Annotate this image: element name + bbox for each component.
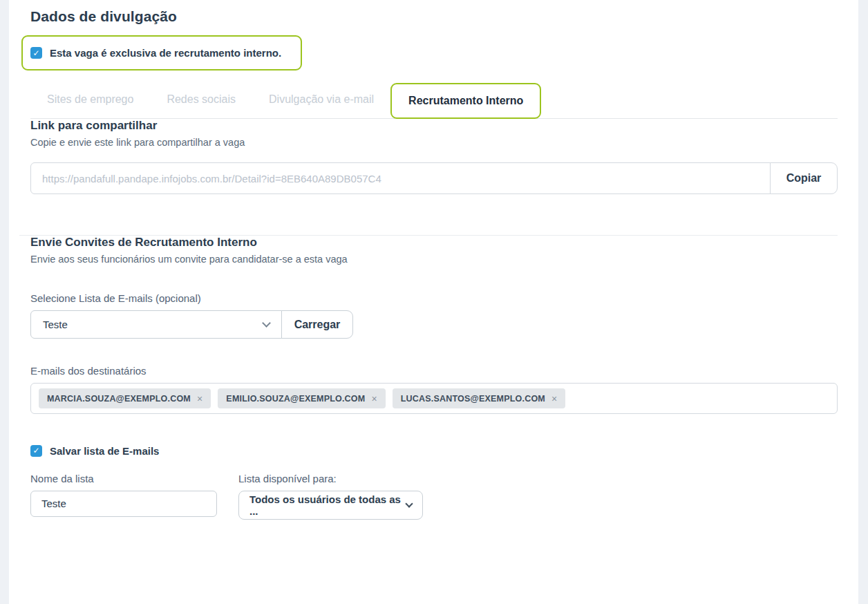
tab-redes-sociais[interactable]: Redes sociais: [150, 93, 252, 106]
tab-divulgacao-via-email[interactable]: Divulgação via e-mail: [252, 93, 390, 106]
list-visibility-select[interactable]: Todos os usuários de todas as ...: [238, 491, 423, 520]
check-icon: ✓: [32, 446, 39, 455]
checkbox-checked-icon[interactable]: ✓: [30, 47, 42, 59]
remove-chip-icon[interactable]: ×: [371, 393, 377, 404]
share-link-input-group: Copiar: [30, 162, 838, 194]
share-link-subtitle: Copie e envie este link para compartilha…: [30, 137, 838, 148]
email-list-select-label: Selecione Lista de E-mails (opcional): [30, 292, 838, 304]
checkbox-checked-icon[interactable]: ✓: [30, 445, 42, 457]
recipients-input[interactable]: MARCIA.SOUZA@EXEMPLO.COM × EMILIO.SOUZA@…: [30, 383, 838, 414]
email-list-selected-value: Teste: [43, 319, 68, 330]
list-visibility-field: Lista disponível para: Todos os usuários…: [238, 473, 423, 520]
publication-tabs-bar: Sites de emprego Redes sociais Divulgaçã…: [30, 80, 838, 119]
email-list-select[interactable]: Teste: [30, 310, 282, 339]
invites-subtitle: Envie aos seus funcionários um convite p…: [30, 254, 838, 265]
list-visibility-selected-value: Todos os usuários de todas as ...: [249, 493, 406, 517]
list-name-field: Nome da lista: [30, 473, 217, 520]
list-name-input[interactable]: [30, 491, 217, 517]
invites-heading: Envie Convites de Recrutamento Interno: [30, 236, 838, 249]
save-list-checkbox-row[interactable]: ✓ Salvar lista de E-mails: [30, 445, 159, 457]
recipient-email: MARCIA.SOUZA@EXEMPLO.COM: [47, 394, 191, 404]
internal-recruitment-highlight-box: ✓ Esta vaga é exclusiva de recrutamento …: [21, 35, 302, 70]
recipient-chip: EMILIO.SOUZA@EXEMPLO.COM ×: [218, 388, 385, 408]
chevron-down-icon: [405, 500, 413, 507]
check-icon: ✓: [32, 49, 39, 57]
tab-sites-de-emprego[interactable]: Sites de emprego: [30, 93, 150, 106]
list-name-label: Nome da lista: [30, 473, 217, 484]
recipient-email: EMILIO.SOUZA@EXEMPLO.COM: [226, 394, 365, 404]
recipient-email: LUCAS.SANTOS@EXEMPLO.COM: [401, 394, 545, 404]
email-list-select-group: Teste Carregar: [30, 310, 838, 339]
list-settings-row: Nome da lista Lista disponível para: Tod…: [30, 473, 838, 520]
save-list-row: ✓ Salvar lista de E-mails: [30, 444, 838, 457]
recipient-chip: MARCIA.SOUZA@EXEMPLO.COM ×: [39, 388, 211, 408]
recipients-label: E-mails dos destinatários: [30, 365, 838, 377]
copy-button[interactable]: Copiar: [770, 162, 838, 194]
tab-recrutamento-interno[interactable]: Recrutamento Interno: [390, 83, 541, 119]
page-title: Dados de divulgação: [30, 8, 838, 25]
recipient-chip: LUCAS.SANTOS@EXEMPLO.COM ×: [393, 388, 566, 408]
exclusive-internal-checkbox-row[interactable]: ✓ Esta vaga é exclusiva de recrutamento …: [30, 47, 281, 59]
share-link-heading: Link para compartilhar: [30, 119, 838, 133]
save-list-checkbox-label: Salvar lista de E-mails: [50, 445, 159, 457]
remove-chip-icon[interactable]: ×: [551, 393, 557, 404]
load-list-button[interactable]: Carregar: [281, 310, 353, 339]
list-visibility-label: Lista disponível para:: [238, 473, 423, 484]
divulgacao-panel: Dados de divulgação ✓ Esta vaga é exclus…: [9, 0, 858, 604]
share-link-input[interactable]: [30, 162, 771, 194]
chevron-down-icon: [262, 319, 271, 328]
remove-chip-icon[interactable]: ×: [197, 393, 202, 404]
exclusive-internal-checkbox-label: Esta vaga é exclusiva de recrutamento in…: [50, 47, 281, 59]
